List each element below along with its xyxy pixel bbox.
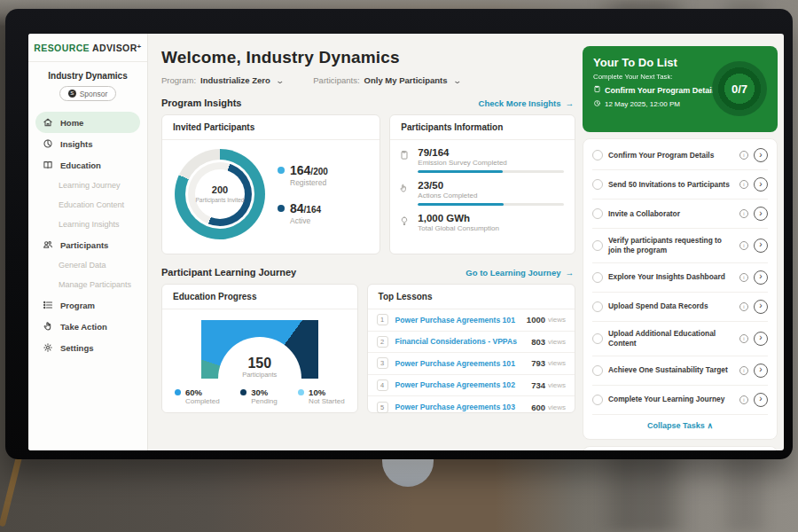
link-label: Go to Learning Journey (466, 268, 560, 278)
sidebar-item-participants[interactable]: Participants (35, 234, 140, 255)
lesson-link[interactable]: Power Purchase Agreements 103 (395, 403, 532, 411)
sidebar-item-education-content[interactable]: Education Content (35, 195, 140, 215)
todo-due-date: 12 May 2025, 12:00 PM (605, 100, 680, 108)
task-go-button[interactable]: › (754, 393, 768, 407)
collapse-tasks-link[interactable]: Collapse Tasks ∧ (592, 415, 768, 437)
sidebar-item-program[interactable]: Program (35, 294, 140, 316)
chevron-right-icon: › (759, 301, 762, 310)
sponsor-badge: S Sponsor (59, 86, 116, 101)
gauge-center-value: 150 (201, 356, 318, 371)
task-go-button[interactable]: › (754, 239, 768, 253)
info-icon[interactable]: i (739, 180, 748, 189)
task-label: Invite a Collaborator (608, 209, 734, 219)
logo-resource: RESOURCE (34, 43, 90, 53)
page-title: Welcome, Industry Dynamics (161, 48, 575, 67)
lesson-link[interactable]: Power Purchase Agreements 102 (395, 380, 532, 389)
info-icon[interactable]: i (739, 395, 748, 404)
education-progress-card: Education Progress 150 Participants 60% (161, 284, 358, 413)
task-go-button[interactable]: › (754, 364, 768, 378)
task-label: Upload Spend Data Records (608, 301, 734, 311)
legend-registered: 164/200 Registered (278, 163, 328, 187)
task-row: Upload Additional Educational Content i … (592, 322, 768, 356)
lesson-link[interactable]: Power Purchase Agreements 101 (395, 359, 532, 368)
survey-icon (399, 150, 410, 160)
lesson-row: 2 Financial Considerations - VPPAs 803 v… (368, 332, 575, 354)
dashboard-screen: RESOURCE ADVISOR+ Industry Dynamics S Sp… (28, 34, 784, 450)
task-row: Invite a Collaborator i › (592, 200, 768, 229)
info-icon[interactable]: i (739, 209, 748, 218)
todo-counter: 0/7 (732, 82, 747, 96)
task-checkbox[interactable] (592, 240, 603, 251)
lesson-row: 4 Power Purchase Agreements 102 734 view… (368, 375, 575, 397)
task-checkbox[interactable] (592, 150, 603, 160)
info-value: 23/50 (418, 180, 564, 191)
check-more-insights-link[interactable]: Check More Insights → (479, 98, 574, 108)
task-checkbox[interactable] (592, 272, 603, 283)
donut-center-value: 200 (212, 184, 228, 195)
lesson-views: 803 (531, 337, 545, 347)
info-icon[interactable]: i (739, 151, 748, 160)
info-icon[interactable]: i (739, 334, 748, 343)
task-label: Send 50 Invitations to Participants (608, 180, 734, 190)
lesson-views: 734 (531, 380, 545, 390)
task-go-button[interactable]: › (754, 270, 768, 285)
task-go-button[interactable]: › (754, 300, 768, 314)
info-icon[interactable]: i (739, 273, 748, 282)
sponsor-badge-label: Sponsor (80, 90, 108, 98)
sidebar-item-general-data[interactable]: General Data (35, 255, 140, 275)
sidebar-item-label: Education (60, 160, 101, 170)
info-label: Emission Survey Completed (418, 159, 564, 167)
lesson-link[interactable]: Financial Considerations - VPPAs (395, 337, 532, 346)
sidebar-item-take-action[interactable]: Take Action (35, 316, 140, 337)
participants-icon (43, 239, 53, 250)
task-checkbox[interactable] (592, 365, 603, 376)
task-go-button[interactable]: › (754, 177, 768, 192)
info-icon[interactable]: i (739, 366, 748, 375)
task-checkbox[interactable] (592, 301, 603, 312)
program-filter[interactable]: Program: Industrialize Zero ⌄ (161, 75, 283, 85)
go-to-learning-journey-link[interactable]: Go to Learning Journey → (466, 268, 574, 278)
sidebar-item-learning-journey[interactable]: Learning Journey (35, 176, 140, 195)
task-checkbox[interactable] (592, 333, 603, 344)
legend-value: 164 (290, 163, 310, 177)
sidebar-item-manage-participants[interactable]: Manage Participants (35, 275, 140, 294)
arrow-right-icon: → (566, 268, 575, 278)
chevron-right-icon: › (759, 180, 762, 189)
education-icon (43, 160, 53, 170)
insights-icon (43, 138, 53, 149)
take-action-icon (43, 321, 53, 332)
task-checkbox[interactable] (592, 395, 603, 405)
sidebar-item-settings[interactable]: Settings (35, 337, 140, 358)
card-title: Top Lessons (368, 285, 575, 309)
clipboard-icon (593, 85, 601, 93)
legend-label: Active (290, 216, 321, 225)
info-icon[interactable]: i (739, 302, 748, 311)
card-title: Participants Information (390, 115, 575, 140)
task-checkbox[interactable] (592, 208, 603, 219)
task-row: Complete Your Learning Journey i › (592, 386, 768, 415)
task-label: Verify participants requesting to join t… (608, 236, 734, 255)
info-icon[interactable]: i (739, 241, 748, 250)
legend-dot (278, 167, 285, 174)
actions-icon (399, 183, 410, 193)
task-checkbox[interactable] (592, 179, 603, 190)
sidebar-item-learning-insights[interactable]: Learning Insights (35, 215, 140, 234)
sidebar-item-home[interactable]: Home (35, 112, 140, 133)
sidebar-item-insights[interactable]: Insights (35, 133, 140, 154)
lesson-rank: 4 (377, 379, 388, 391)
donut-center-label: Participants Invited (196, 197, 245, 204)
task-go-button[interactable]: › (754, 148, 768, 162)
task-row: Upload Spend Data Records i › (592, 293, 768, 322)
todo-progress-ring: 0/7 (712, 61, 767, 116)
task-go-button[interactable]: › (754, 207, 768, 221)
invited-donut: 200 Participants Invited (175, 149, 265, 239)
chevron-right-icon: › (759, 272, 762, 281)
legend-not-started: 10% Not Started (298, 387, 344, 405)
participants-filter[interactable]: Participants: Only My Participants ⌄ (313, 75, 460, 85)
chevron-up-icon: ∧ (707, 421, 713, 430)
lesson-link[interactable]: Power Purchase Agreements 101 (395, 316, 527, 325)
chevron-down-icon: ⌄ (275, 76, 285, 85)
task-go-button[interactable]: › (754, 332, 768, 346)
sidebar-item-education[interactable]: Education (35, 154, 140, 176)
top-lessons-card: Top Lessons 1 Power Purchase Agreements … (367, 284, 575, 413)
